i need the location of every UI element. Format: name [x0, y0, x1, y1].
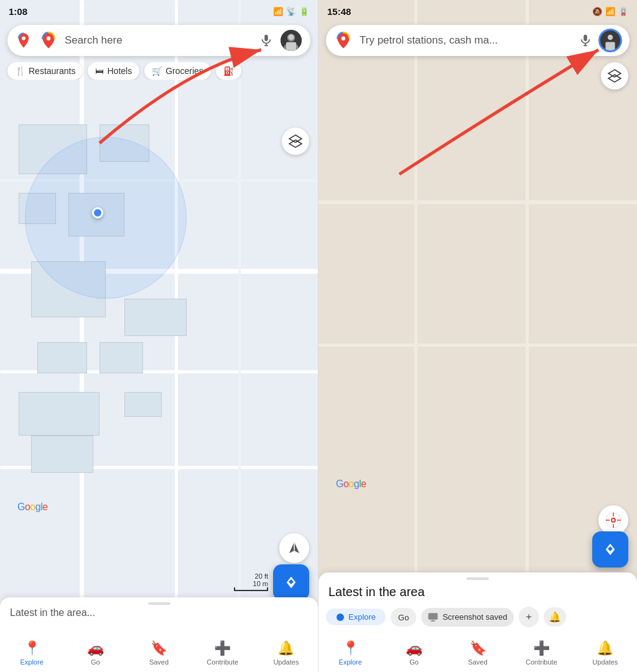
- signal-icon: 📶: [273, 7, 283, 16]
- go-chip-label: Go: [398, 613, 409, 622]
- svg-marker-12: [289, 140, 302, 147]
- search-input-left[interactable]: Search here: [65, 34, 253, 47]
- saved-icon-right: 🔖: [470, 640, 486, 656]
- svg-point-32: [337, 614, 344, 621]
- svg-marker-11: [289, 135, 302, 142]
- svg-rect-10: [286, 42, 296, 51]
- explore-label-left: Explore: [20, 658, 43, 666]
- search-bar-right[interactable]: Try petrol stations, cash ma...: [326, 25, 630, 56]
- scale-bar-left: 20 ft 10 m: [234, 572, 268, 591]
- maps-logo-left: [39, 30, 58, 50]
- svg-rect-16: [584, 35, 587, 41]
- nav-item-saved-right[interactable]: 🔖 Saved: [446, 640, 509, 666]
- left-phone-panel: 1:08 📶 📡 🔋 Search here: [0, 0, 318, 672]
- bell-mute-icon: 🔕: [592, 7, 602, 16]
- battery-icon: 🔋: [299, 7, 309, 16]
- nav-item-saved-left[interactable]: 🔖 Saved: [127, 640, 190, 666]
- search-bar-left[interactable]: Search here: [7, 25, 310, 56]
- panel-handle-left: [148, 602, 170, 605]
- explore-chip-label: Explore: [348, 612, 376, 622]
- nav-item-explore-left[interactable]: 📍 Explore: [0, 640, 63, 666]
- nav-item-explore-right[interactable]: 📍 Explore: [318, 640, 382, 666]
- avatar-left[interactable]: [279, 29, 303, 52]
- explore-icon-left: 📍: [24, 640, 40, 656]
- chip-groceries-icon: 🛒: [152, 66, 162, 76]
- svg-point-9: [289, 34, 294, 40]
- updates-label-left: Updates: [273, 658, 299, 666]
- svg-rect-2: [264, 35, 268, 41]
- go-label-right: Go: [409, 658, 419, 666]
- saved-label-right: Saved: [468, 658, 487, 666]
- go-chip[interactable]: Go: [391, 608, 416, 627]
- explore-icon-right: 📍: [342, 640, 359, 656]
- screenshot-saved-chip: Screenshot saved: [421, 608, 513, 627]
- updates-label-right: Updates: [592, 658, 618, 666]
- chip-restaurant-label: Restaurants: [29, 66, 75, 76]
- status-bar-left: 1:08 📶 📡 🔋: [0, 0, 318, 22]
- status-bar-right: 15:48 🔕 📶 🪫: [318, 0, 637, 22]
- svg-marker-22: [608, 70, 621, 77]
- time-left: 1:08: [9, 6, 27, 17]
- maps-pin-icon-left: [15, 32, 32, 49]
- nav-item-updates-right[interactable]: 🔔 Updates: [574, 640, 637, 666]
- screenshot-saved-text: Screenshot saved: [442, 612, 507, 622]
- panel-title-right: Latest in the area: [318, 582, 637, 604]
- mic-icon-right[interactable]: [579, 34, 592, 47]
- chip-row-left: 🍴 Restaurants 🛏 Hotels 🛒 Groceries ⛽: [0, 62, 318, 80]
- go-icon-left: 🚗: [87, 640, 104, 656]
- go-label-left: Go: [91, 658, 100, 666]
- navigate-fab-left[interactable]: [273, 564, 309, 600]
- google-logo-left: Google: [17, 502, 48, 513]
- status-icons-right: 🔕 📶 🪫: [592, 7, 628, 16]
- layers-button-right[interactable]: [601, 62, 628, 90]
- chip-groceries[interactable]: 🛒 Groceries: [144, 62, 211, 80]
- nav-bar-right: 📍 Explore 🚗 Go 🔖 Saved ➕ Contribute 🔔 Up…: [318, 637, 637, 672]
- help-button-right[interactable]: [598, 505, 628, 535]
- avatar-right[interactable]: [598, 29, 622, 52]
- chip-groceries-label: Groceries: [165, 66, 203, 76]
- layers-button-left[interactable]: [282, 128, 309, 155]
- screenshot-saved-row: Explore Go Screenshot saved ＋ 🔔: [318, 604, 637, 632]
- explore-chip-right[interactable]: Explore: [326, 609, 386, 625]
- add-chip-icon: ＋: [524, 610, 534, 623]
- nav-item-contribute-left[interactable]: ➕ Contribute: [191, 640, 254, 666]
- svg-point-15: [342, 37, 345, 40]
- contribute-label-left: Contribute: [207, 658, 238, 666]
- mic-icon-left[interactable]: [259, 34, 273, 47]
- nav-bar-left: 📍 Explore 🚗 Go 🔖 Saved ➕ Contribute 🔔 Up…: [0, 637, 318, 672]
- saved-label-left: Saved: [149, 658, 169, 666]
- nav-item-updates-left[interactable]: 🔔 Updates: [254, 640, 318, 666]
- nav-item-contribute-right[interactable]: ➕ Contribute: [509, 640, 573, 666]
- chip-gas[interactable]: ⛽: [216, 62, 241, 80]
- nav-item-go-left[interactable]: 🚗 Go: [63, 640, 127, 666]
- chip-hotel-icon: 🛏: [95, 66, 104, 76]
- bell-chip[interactable]: 🔔: [544, 607, 566, 627]
- status-icons-left: 📶 📡 🔋: [273, 7, 309, 16]
- nav-item-go-right[interactable]: 🚗 Go: [382, 640, 445, 666]
- svg-rect-21: [605, 42, 615, 50]
- panel-title-left: Latest in the area...: [0, 607, 318, 622]
- navigate-fab-right[interactable]: [592, 531, 628, 567]
- svg-point-1: [47, 37, 50, 40]
- saved-icon-left: 🔖: [151, 640, 167, 656]
- right-phone-panel: 15:48 🔕 📶 🪫 Try petrol stations, cash ma…: [318, 0, 637, 672]
- svg-marker-23: [608, 75, 621, 82]
- maps-logo-right: [333, 30, 353, 50]
- chip-restaurant-icon: 🍴: [15, 66, 26, 76]
- chip-restaurants[interactable]: 🍴 Restaurants: [7, 62, 83, 80]
- bell-chip-icon: 🔔: [549, 611, 561, 623]
- chip-hotels[interactable]: 🛏 Hotels: [88, 62, 139, 80]
- panel-handle-right: [467, 577, 489, 580]
- signal-icon-right: 📶: [605, 7, 615, 16]
- search-input-right[interactable]: Try petrol stations, cash ma...: [360, 34, 572, 47]
- bottom-panel-right: Latest in the area Explore Go Screenshot…: [318, 572, 637, 672]
- svg-point-0: [22, 37, 26, 40]
- svg-point-20: [608, 35, 613, 40]
- time-right: 15:48: [327, 6, 351, 17]
- battery-icon-right: 🪫: [618, 7, 628, 16]
- go-icon-right: 🚗: [406, 640, 422, 656]
- add-chip[interactable]: ＋: [519, 607, 539, 627]
- navigate-small-button-left[interactable]: [279, 533, 309, 563]
- explore-label-right: Explore: [339, 658, 362, 666]
- updates-icon-left: 🔔: [277, 640, 294, 656]
